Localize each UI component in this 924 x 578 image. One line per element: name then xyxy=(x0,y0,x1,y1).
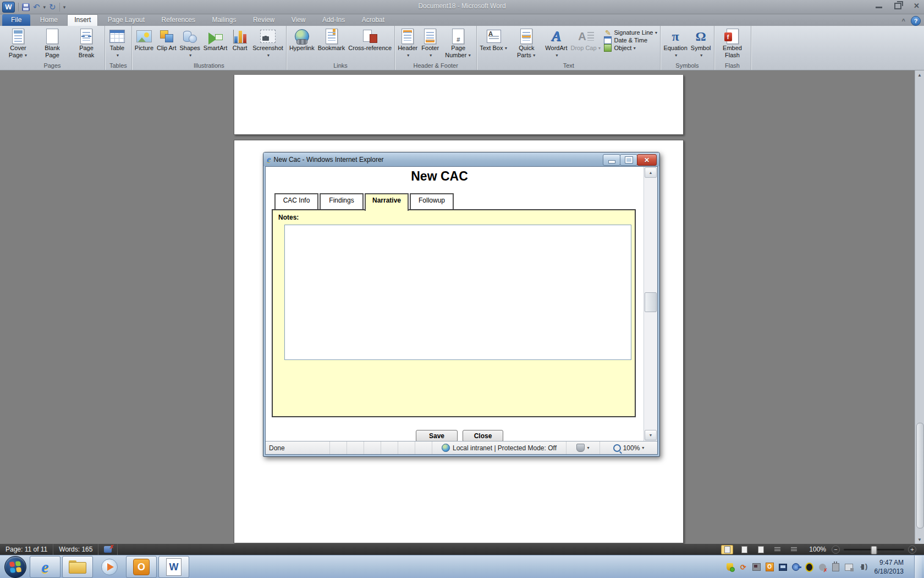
security-monitor-icon[interactable] xyxy=(805,563,813,571)
word-count[interactable]: Words: 165 xyxy=(53,544,98,555)
zoom-in-button[interactable]: + xyxy=(908,546,916,554)
zoom-slider-track[interactable] xyxy=(844,549,904,550)
taskbar-internet-explorer[interactable]: e xyxy=(30,556,61,578)
draft-view-icon xyxy=(791,547,797,552)
footer-button[interactable]: Footer▼ xyxy=(419,26,441,59)
view-outline-button[interactable] xyxy=(772,546,783,554)
hyperlink-button[interactable]: Hyperlink xyxy=(288,26,316,59)
ie-scrollbar-thumb[interactable] xyxy=(645,292,657,312)
view-web-layout-button[interactable] xyxy=(755,546,766,554)
tab-review[interactable]: Review xyxy=(246,14,282,26)
ie-titlebar[interactable]: e New Cac - Windows Internet Explorer xyxy=(263,152,659,166)
ie-minimize-button[interactable] xyxy=(603,154,620,166)
date-time-button[interactable]: Date & Time xyxy=(604,36,658,44)
key-icon[interactable] xyxy=(792,563,800,571)
status-zoom[interactable]: 100% ▾ xyxy=(600,441,657,454)
start-button[interactable] xyxy=(4,556,26,578)
taskbar-outlook[interactable]: O xyxy=(126,556,157,578)
show-desktop-button[interactable] xyxy=(914,555,922,578)
signature-line-button[interactable]: ✎ Signature Line▼ xyxy=(604,29,658,36)
symbol-button[interactable]: Ω Symbol▼ xyxy=(689,26,713,59)
volume-icon[interactable] xyxy=(858,563,866,571)
device-plug-icon[interactable] xyxy=(832,563,840,571)
close-icon[interactable]: ✕ xyxy=(914,2,920,9)
ie-maximize-button[interactable] xyxy=(620,154,637,166)
form-tab-followup[interactable]: Followup xyxy=(410,193,454,209)
page-number-button[interactable]: Page Number▼ xyxy=(441,26,475,59)
quick-parts-button[interactable]: Quick Parts▼ xyxy=(509,26,543,59)
tab-file[interactable]: File xyxy=(2,14,30,26)
media-player-icon xyxy=(101,559,118,575)
form-tab-narrative[interactable]: Narrative xyxy=(365,193,409,211)
network-icon[interactable] xyxy=(845,563,853,571)
cover-page-button[interactable]: Cover Page▼ xyxy=(1,26,35,59)
header-button[interactable]: Header▼ xyxy=(396,26,419,59)
save-button[interactable]: Save xyxy=(416,430,458,441)
cross-reference-button[interactable]: Cross-reference xyxy=(346,26,393,59)
zoom-level[interactable]: 100% xyxy=(809,546,826,553)
antivirus-shield-icon[interactable] xyxy=(726,563,734,571)
table-button[interactable]: Table▼ xyxy=(106,26,128,59)
display-icon[interactable] xyxy=(779,563,787,571)
shapes-button[interactable]: Shapes▼ xyxy=(178,26,202,59)
object-button[interactable]: Object▼ xyxy=(604,44,658,52)
sync-icon[interactable]: ⟳ xyxy=(739,563,747,571)
user-status-icon[interactable] xyxy=(818,563,827,571)
embed-flash-button[interactable]: Embed Flash xyxy=(716,26,750,59)
folder-icon xyxy=(69,560,86,574)
status-security[interactable]: ▾ xyxy=(566,441,600,454)
screenshot-button[interactable]: Screenshot▼ xyxy=(251,26,285,59)
clock-time: 9:47 AM xyxy=(875,558,904,567)
form-tab-findings[interactable]: Findings xyxy=(320,193,364,209)
tab-add-ins[interactable]: Add-Ins xyxy=(315,14,352,26)
taskbar-clock[interactable]: 9:47 AM 6/18/2013 xyxy=(871,558,909,576)
smartart-button[interactable]: SmartArt xyxy=(202,26,229,59)
chart-button[interactable]: Chart xyxy=(229,26,251,59)
equation-button[interactable]: π Equation▼ xyxy=(662,26,689,59)
page-count[interactable]: Page: 11 of 11 xyxy=(0,544,53,555)
taskbar-word[interactable]: W xyxy=(158,556,189,578)
tab-page-layout[interactable]: Page Layout xyxy=(101,14,152,26)
tab-acrobat[interactable]: Acrobat xyxy=(355,14,392,26)
scroll-down-icon[interactable]: ▼ xyxy=(915,535,924,544)
view-draft-button[interactable] xyxy=(788,546,799,554)
tab-view[interactable]: View xyxy=(284,14,313,26)
restore-icon[interactable] xyxy=(894,3,901,9)
help-icon[interactable]: ? xyxy=(911,16,921,26)
zoom-out-button[interactable]: − xyxy=(832,546,840,554)
proofing-status[interactable] xyxy=(98,544,118,555)
form-tab-cac-info[interactable]: CAC Info xyxy=(274,193,318,209)
scroll-up-icon[interactable]: ▲ xyxy=(915,70,924,79)
ie-close-button[interactable]: ✕ xyxy=(637,154,657,166)
minimize-icon[interactable] xyxy=(876,7,882,8)
picture-button[interactable]: Picture xyxy=(133,26,155,59)
tab-home[interactable]: Home xyxy=(33,14,65,26)
text-box-button[interactable]: Text Box▼ xyxy=(478,26,509,59)
view-print-layout-button[interactable] xyxy=(721,545,733,554)
scroll-down-icon[interactable]: ▼ xyxy=(645,430,657,440)
ie-vertical-scrollbar[interactable]: ▲ ▼ xyxy=(644,167,657,441)
word-scrollbar-thumb[interactable] xyxy=(916,423,924,528)
close-button[interactable]: Close xyxy=(463,430,503,441)
tab-insert[interactable]: Insert xyxy=(67,14,98,26)
view-fullscreen-reading-button[interactable] xyxy=(739,546,750,554)
bookmark-button[interactable]: Bookmark xyxy=(316,26,347,59)
page-break-button[interactable]: Page Break xyxy=(69,26,103,59)
zoom-slider-thumb[interactable] xyxy=(871,546,877,554)
outlook-tray-icon[interactable]: O xyxy=(766,563,774,571)
tab-references[interactable]: References xyxy=(155,14,202,26)
tab-mailings[interactable]: Mailings xyxy=(205,14,243,26)
notes-textarea[interactable] xyxy=(284,225,631,360)
taskbar-windows-explorer[interactable] xyxy=(62,556,93,578)
wordart-button[interactable]: A WordArt▼ xyxy=(543,26,569,59)
word-vertical-scrollbar[interactable]: ▲ ▼ xyxy=(915,70,924,544)
document-page-10-fragment[interactable] xyxy=(234,75,684,135)
remote-session-icon[interactable] xyxy=(752,563,761,571)
blank-page-button[interactable]: Blank Page xyxy=(35,26,69,59)
drop-cap-button[interactable]: A Drop Cap▼ xyxy=(569,26,603,59)
form-tabs: CAC Info Findings Narrative Followup xyxy=(274,193,455,211)
minimize-ribbon-icon[interactable]: ^ xyxy=(902,18,905,24)
taskbar-media-player[interactable] xyxy=(95,557,124,577)
clip-art-button[interactable]: Clip Art xyxy=(155,26,178,59)
scroll-up-icon[interactable]: ▲ xyxy=(645,167,657,178)
